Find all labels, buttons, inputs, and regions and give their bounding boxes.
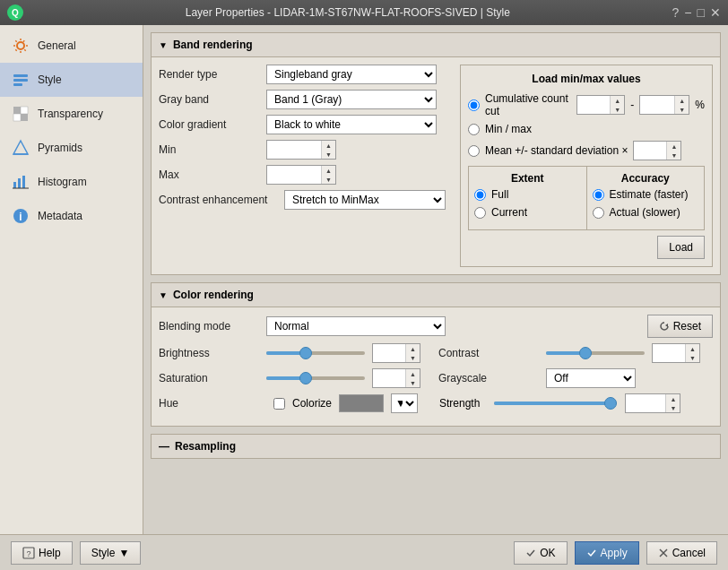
cancel-button[interactable]: Cancel <box>646 541 717 565</box>
brightness-up[interactable]: ▲ <box>406 344 420 353</box>
sidebar-item-transparency[interactable]: Transparency <box>0 97 143 131</box>
min-spinbox[interactable]: 0 ▲ ▼ <box>266 140 336 160</box>
hue-row: Hue Colorize ▼ Strength 100% <box>159 393 713 413</box>
cumul-min-down[interactable]: ▼ <box>611 105 624 114</box>
cumul-max-input[interactable]: 98.0 <box>640 96 674 114</box>
render-type-select[interactable]: Singleband gray <box>266 65 437 84</box>
color-rendering-arrow: ▼ <box>159 290 168 300</box>
saturation-spinbox[interactable]: 0 ▲ ▼ <box>372 368 420 388</box>
main-layout: General Style Transparency Pyramids Hist <box>0 25 728 534</box>
cumul-min-up[interactable]: ▲ <box>611 96 624 105</box>
actual-radio[interactable] <box>593 207 604 219</box>
resampling-section[interactable]: — Resampling <box>151 434 721 459</box>
saturation-up[interactable]: ▲ <box>406 369 420 378</box>
mean-std-radio[interactable] <box>468 145 480 157</box>
load-minmax-panel: Load min/max values Cumulative count cut… <box>460 65 713 267</box>
mean-std-down[interactable]: ▼ <box>667 151 680 160</box>
footer-right: OK Apply Cancel <box>514 541 717 565</box>
contrast-select[interactable]: Stretch to MinMax <box>284 190 446 210</box>
blending-label: Blending mode <box>159 320 266 332</box>
min-label: Min <box>159 143 266 156</box>
contrast-input[interactable]: 0 <box>653 344 685 362</box>
load-button[interactable]: Load <box>657 236 705 259</box>
colorize-swatch[interactable] <box>339 394 384 412</box>
max-spinbox[interactable]: 1 ▲ ▼ <box>266 165 336 185</box>
blending-select[interactable]: Normal <box>266 316 446 336</box>
mean-std-input[interactable]: 2.00 <box>634 142 666 160</box>
min-input[interactable]: 0 <box>267 141 321 159</box>
strength-down[interactable]: ▼ <box>666 403 680 412</box>
cumul-max-up[interactable]: ▲ <box>675 96 689 105</box>
contrast-up[interactable]: ▲ <box>686 344 699 353</box>
sidebar-label-general: General <box>38 39 76 52</box>
saturation-input[interactable]: 0 <box>373 369 405 387</box>
sidebar-item-metadata[interactable]: i Metadata <box>0 199 143 233</box>
full-radio[interactable] <box>474 189 486 201</box>
min-down-btn[interactable]: ▼ <box>322 150 335 159</box>
sidebar-item-histogram[interactable]: Histogram <box>0 165 143 199</box>
brightness-down[interactable]: ▼ <box>406 353 420 362</box>
strength-slider-container <box>494 402 611 405</box>
cumul-max-down[interactable]: ▼ <box>675 105 689 114</box>
contrast-label: Contrast enhancement <box>159 194 284 206</box>
maximize-icon[interactable]: □ <box>698 5 705 20</box>
color-gradient-select[interactable]: Black to white <box>266 115 437 134</box>
help-button[interactable]: ? Help <box>11 541 73 565</box>
cumul-min-input[interactable]: 2.0 <box>577 96 610 114</box>
strength-slider[interactable] <box>494 402 611 405</box>
min-spinbox-btns: ▲ ▼ <box>321 141 335 159</box>
minimize-icon[interactable]: − <box>684 5 691 20</box>
strength-input[interactable]: 100% <box>626 394 665 412</box>
gray-band-select[interactable]: Band 1 (Gray) <box>266 90 437 109</box>
max-up-btn[interactable]: ▲ <box>322 166 335 175</box>
cumul-min-spinbox[interactable]: 2.0 ▲ ▼ <box>576 95 625 115</box>
minmax-radio[interactable] <box>468 124 480 135</box>
mean-std-up[interactable]: ▲ <box>667 142 680 151</box>
saturation-slider[interactable] <box>266 376 365 380</box>
svg-rect-12 <box>22 176 25 188</box>
sidebar-item-style[interactable]: Style <box>0 63 143 97</box>
reset-button[interactable]: Reset <box>647 315 713 338</box>
max-down-btn[interactable]: ▼ <box>322 175 335 184</box>
contrast-spinbox[interactable]: 0 ▲ ▼ <box>652 343 700 363</box>
saturation-thumb[interactable] <box>299 372 312 384</box>
brightness-spinbox[interactable]: 0 ▲ ▼ <box>372 343 420 363</box>
resampling-title: Resampling <box>175 440 236 453</box>
svg-rect-4 <box>13 107 21 114</box>
cumul-max-spinbox[interactable]: 98.0 ▲ ▼ <box>639 95 689 115</box>
sidebar-item-pyramids[interactable]: Pyramids <box>0 131 143 165</box>
min-max-label: Min / max <box>485 123 532 135</box>
contrast-slider[interactable] <box>546 351 645 355</box>
sidebar-item-general[interactable]: General <box>0 29 143 63</box>
ok-button[interactable]: OK <box>514 541 567 565</box>
estimate-radio[interactable] <box>593 189 604 201</box>
strength-up[interactable]: ▲ <box>666 394 680 403</box>
svg-text:i: i <box>19 211 22 223</box>
brightness-input[interactable]: 0 <box>373 344 405 362</box>
render-type-label: Render type <box>159 68 266 81</box>
mean-std-spinbox[interactable]: 2.00 ▲ ▼ <box>633 141 681 160</box>
brightness-slider[interactable] <box>266 351 365 355</box>
close-icon[interactable]: ✕ <box>710 5 721 20</box>
band-rendering-header[interactable]: ▼ Band rendering <box>152 33 720 57</box>
cumulative-label: Cumulative count cut <box>485 92 571 117</box>
svg-rect-2 <box>13 79 28 82</box>
contrast-thumb[interactable] <box>579 347 592 359</box>
max-input[interactable]: 1 <box>267 166 321 184</box>
brightness-thumb[interactable] <box>299 347 312 359</box>
cumulative-radio[interactable] <box>468 99 480 111</box>
grayscale-select[interactable]: Off <box>546 368 636 388</box>
colorize-dropdown[interactable]: ▼ <box>391 393 418 413</box>
help-window-icon[interactable]: ? <box>672 5 680 20</box>
current-radio[interactable] <box>474 207 486 219</box>
min-up-btn[interactable]: ▲ <box>322 141 335 150</box>
saturation-down[interactable]: ▼ <box>406 378 420 387</box>
svg-rect-1 <box>13 74 28 77</box>
strength-spinbox[interactable]: 100% ▲ ▼ <box>625 393 680 413</box>
style-button[interactable]: Style ▼ <box>80 541 142 565</box>
contrast-down[interactable]: ▼ <box>686 353 699 362</box>
strength-thumb[interactable] <box>604 397 617 410</box>
color-rendering-header[interactable]: ▼ Color rendering <box>152 283 720 307</box>
colorize-checkbox[interactable] <box>273 398 285 410</box>
apply-button[interactable]: Apply <box>575 541 639 565</box>
